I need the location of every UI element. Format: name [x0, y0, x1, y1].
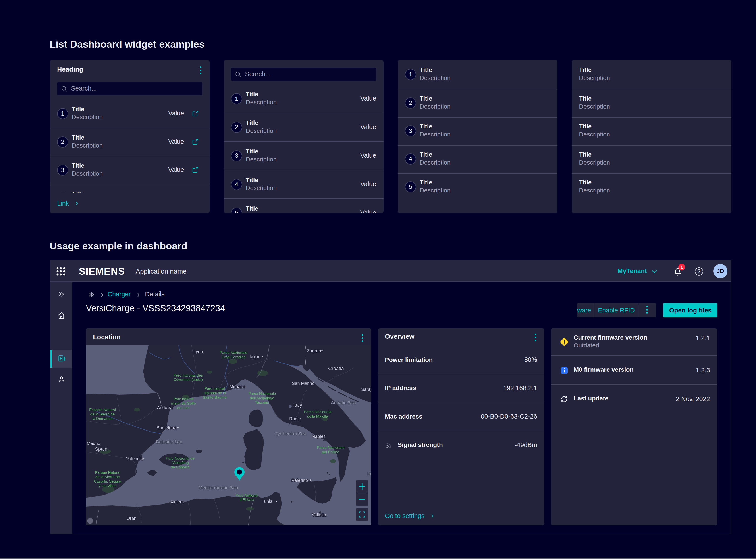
svg-text:Sainte-Baume: Sainte-Baume: [203, 395, 227, 400]
svg-text:dell'Arcipelago: dell'Arcipelago: [250, 396, 274, 400]
svg-text:Zagreb: Zagreb: [307, 349, 321, 353]
svg-text:Sarajev: Sarajev: [361, 387, 371, 392]
svg-text:Parc naturel: Parc naturel: [173, 397, 194, 401]
svg-text:Algiers: Algiers: [170, 499, 184, 504]
svg-text:Tunis: Tunis: [262, 499, 272, 504]
svg-text:Valletta: Valletta: [312, 513, 326, 517]
svg-text:Parco Nazionale: Parco Nazionale: [317, 446, 345, 450]
svg-text:Rome: Rome: [289, 416, 301, 421]
svg-text:Gran Paradiso: Gran Paradiso: [221, 355, 246, 359]
svg-text:Parco Nazionale: Parco Nazionale: [220, 351, 247, 355]
svg-text:Parco Nazionale: Parco Nazionale: [248, 392, 276, 396]
svg-text:marin du Golfe: marin du Golfe: [171, 401, 196, 405]
svg-text:l'Arxipèlag: l'Arxipèlag: [171, 461, 189, 465]
svg-text:la Demanda: la Demanda: [92, 417, 113, 421]
svg-text:Tyrrhenian Sea: Tyrrhenian Sea: [275, 431, 307, 436]
svg-text:Balearic Sea: Balearic Sea: [156, 439, 182, 444]
svg-text:Naples: Naples: [312, 434, 326, 439]
svg-text:Parc naturel: Parc naturel: [205, 386, 225, 391]
svg-text:Milan: Milan: [250, 354, 261, 359]
svg-text:Adriatic Sea: Adriatic Sea: [331, 400, 356, 405]
svg-text:del Pollino: del Pollino: [322, 450, 339, 454]
svg-text:Espacio Natural: Espacio Natural: [89, 408, 116, 412]
svg-text:Mediterranean Sea: Mediterranean Sea: [198, 485, 238, 490]
svg-text:Parc national des: Parc national des: [173, 373, 203, 377]
svg-text:régional de la: régional de la: [204, 391, 226, 395]
svg-text:Oran: Oran: [126, 516, 136, 521]
svg-text:Italy: Italy: [293, 402, 302, 408]
svg-text:Barcelona: Barcelona: [157, 425, 176, 430]
svg-text:Monaco: Monaco: [230, 384, 245, 389]
svg-text:della Majella: della Majella: [307, 415, 328, 419]
svg-text:du Lion: du Lion: [177, 406, 190, 410]
svg-text:Andorra: Andorra: [157, 405, 173, 410]
svg-text:Ionian: Ionian: [367, 471, 371, 476]
svg-text:Parque Natural: Parque Natural: [95, 470, 120, 475]
svg-text:Croatia: Croatia: [328, 366, 344, 371]
svg-text:Toscano: Toscano: [255, 400, 269, 405]
svg-text:de la Sierra de: de la Sierra de: [95, 475, 120, 479]
svg-text:y las Villas: y las Villas: [99, 484, 116, 488]
svg-text:Parc Nacional de: Parc Nacional de: [166, 456, 194, 461]
svg-text:Cévennes (cœur): Cévennes (cœur): [173, 378, 203, 382]
svg-text:d'El Kala: d'El Kala: [240, 498, 255, 502]
svg-text:San Marino: San Marino: [292, 381, 314, 386]
svg-text:Valencia: Valencia: [126, 456, 143, 461]
svg-text:Cazorla, Segura: Cazorla, Segura: [94, 479, 121, 484]
svg-text:de Cabrera: de Cabrera: [171, 465, 190, 469]
svg-text:de la Sierra de: de la Sierra de: [90, 412, 115, 416]
svg-text:Lyon: Lyon: [193, 349, 203, 354]
svg-text:Madrid: Madrid: [87, 441, 100, 446]
svg-text:Palermo: Palermo: [291, 478, 308, 483]
svg-text:Parco Nazionale: Parco Nazionale: [304, 410, 332, 414]
svg-text:Parc National: Parc National: [236, 493, 258, 497]
svg-text:Spain: Spain: [95, 446, 107, 452]
